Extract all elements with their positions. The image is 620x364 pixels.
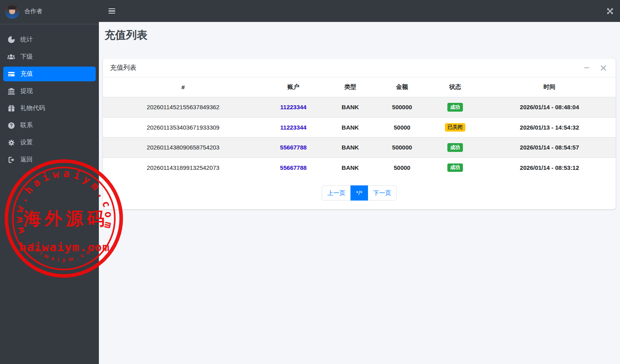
expand-arrows-icon <box>606 8 614 15</box>
account-link[interactable]: 11223344 <box>280 124 307 131</box>
close-icon <box>601 65 606 71</box>
cell-type: BANK <box>323 97 377 118</box>
content-header: 充值列表 <box>99 22 620 42</box>
cell-time: 2026/01/14 - 08:54:57 <box>483 138 616 158</box>
column-header-amount: 金额 <box>377 77 427 97</box>
cell-amount: 500000 <box>377 138 427 158</box>
sidebar-item-label: 联系 <box>20 121 33 130</box>
cell-amount: 50000 <box>377 117 427 138</box>
table-row: 2026011353403671933309 11223344 BANK 500… <box>103 117 616 138</box>
sidebar-item-recharge[interactable]: 充值 <box>3 67 96 81</box>
cell-id: 2026011353403671933309 <box>103 117 264 138</box>
sidebar-item-contact[interactable]: ? 联系 <box>3 118 96 133</box>
bars-icon <box>108 8 115 9</box>
avatar <box>5 4 20 19</box>
cell-account: 11223344 <box>264 97 323 118</box>
cell-time: 2026/01/13 - 14:54:32 <box>483 117 616 138</box>
sidebar-item-subordinates[interactable]: 下级 <box>3 49 96 64</box>
sidebar-item-settings[interactable]: 设置 <box>3 135 96 150</box>
account-link[interactable]: 11223344 <box>280 104 307 110</box>
table-row: 2026011452155637849362 11223344 BANK 500… <box>103 97 616 118</box>
cell-type: BANK <box>323 138 377 158</box>
gift-icon <box>7 105 15 112</box>
current-page-indicator[interactable]: */* <box>350 185 368 201</box>
cell-status: 成功 <box>427 157 483 177</box>
status-badge: 已关闭 <box>445 123 466 132</box>
sidebar-toggle-button[interactable] <box>108 7 116 15</box>
recharge-table: # 账户 类型 金额 状态 时间 2026011452155637849362 … <box>103 77 616 177</box>
fullscreen-button[interactable] <box>606 8 614 15</box>
main-content: 充值列表 充值列表 # <box>99 22 620 209</box>
card-close-button[interactable] <box>600 65 606 71</box>
card-header: 充值列表 <box>103 59 616 77</box>
sidebar-item-label: 充值 <box>20 70 33 78</box>
credit-card-icon <box>7 71 15 78</box>
column-header-time: 时间 <box>483 77 616 97</box>
table-header-row: # 账户 类型 金额 状态 时间 <box>103 77 616 97</box>
cell-status: 已关闭 <box>427 117 483 138</box>
sidebar-item-label: 提现 <box>20 87 33 95</box>
cell-account: 55667788 <box>264 157 323 177</box>
sidebar-item-gift-codes[interactable]: 礼物代码 <box>3 101 96 116</box>
sidebar-item-label: 统计 <box>20 35 33 44</box>
minus-icon <box>584 67 589 69</box>
cell-account: 11223344 <box>264 117 323 138</box>
cell-id: 2026011452155637849362 <box>103 97 264 118</box>
column-header-type: 类型 <box>323 77 377 97</box>
topbar <box>99 0 620 22</box>
logout-icon <box>7 156 15 163</box>
cell-id: 2026011431899132542073 <box>103 157 264 177</box>
table-row: 2026011431899132542073 55667788 BANK 500… <box>103 157 616 177</box>
column-header-status: 状态 <box>427 77 483 97</box>
card-tools <box>583 65 608 71</box>
sidebar-item-label: 返回 <box>20 155 33 164</box>
page-title: 充值列表 <box>104 28 614 42</box>
users-icon <box>7 53 15 61</box>
cell-type: BANK <box>323 117 377 138</box>
sidebar-item-label: 下级 <box>20 53 33 61</box>
sidebar-user-panel: 合作者 <box>0 0 99 24</box>
recharge-card: 充值列表 # 账户 类型 <box>103 59 616 209</box>
question-circle-icon: ? <box>7 122 15 129</box>
column-header-account: 账户 <box>264 77 323 97</box>
sidebar-item-back[interactable]: 返回 <box>3 152 96 167</box>
cell-time: 2026/01/14 - 08:53:12 <box>483 157 616 177</box>
user-name: 合作者 <box>24 8 42 15</box>
sidebar-item-stats[interactable]: 统计 <box>3 32 96 47</box>
status-badge: 成功 <box>447 163 463 172</box>
prev-page-button[interactable]: 上一页 <box>322 185 351 201</box>
sidebar-item-withdraw[interactable]: 提现 <box>3 84 96 98</box>
cell-account: 55667788 <box>264 138 323 158</box>
cell-type: BANK <box>323 157 377 177</box>
cell-status: 成功 <box>427 138 483 158</box>
sidebar-nav: 统计 下级 <box>0 24 99 173</box>
cell-id: 2026011438090658754203 <box>103 138 264 158</box>
card-title: 充值列表 <box>110 63 136 72</box>
cell-time: 2026/01/14 - 08:48:04 <box>483 97 616 118</box>
gear-icon <box>7 139 15 146</box>
table-row: 2026011438090658754203 55667788 BANK 500… <box>103 138 616 158</box>
cell-amount: 50000 <box>377 157 427 177</box>
cell-amount: 500000 <box>377 97 427 118</box>
account-link[interactable]: 55667788 <box>280 144 307 151</box>
column-header-id: # <box>103 77 264 97</box>
svg-text:?: ? <box>10 123 12 128</box>
bank-icon <box>7 88 15 95</box>
cell-status: 成功 <box>427 97 483 118</box>
sidebar: 合作者 统计 下级 <box>0 0 99 364</box>
card-collapse-button[interactable] <box>583 65 590 71</box>
sidebar-item-label: 设置 <box>20 138 33 147</box>
pagination: 上一页 */* 下一页 <box>103 177 616 209</box>
chart-pie-icon <box>7 36 15 43</box>
sidebar-item-label: 礼物代码 <box>20 104 45 112</box>
next-page-button[interactable]: 下一页 <box>368 185 397 201</box>
status-badge: 成功 <box>447 103 463 112</box>
status-badge: 成功 <box>447 143 463 152</box>
account-link[interactable]: 55667788 <box>280 164 307 171</box>
